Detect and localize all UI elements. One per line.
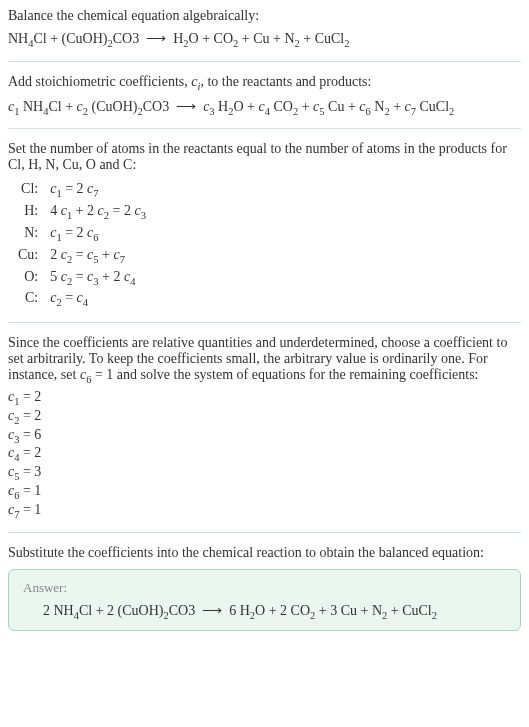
- atom-equation: 4 c1 + 2 c2 = 2 c3: [44, 201, 152, 223]
- coef-item: c3 = 6: [8, 427, 521, 445]
- atom-row: Cu:2 c2 = c5 + c7: [12, 245, 152, 267]
- solve-intro: Since the coefficients are relative quan…: [8, 335, 521, 385]
- unbalanced-equation: NH4Cl + (CuOH)2CO3 ⟶ H2O + CO2 + Cu + N2…: [8, 30, 521, 49]
- divider: [8, 61, 521, 62]
- atom-row: Cl:c1 = 2 c7: [12, 179, 152, 201]
- atoms-table: Cl:c1 = 2 c7H:4 c1 + 2 c2 = 2 c3N:c1 = 2…: [12, 179, 152, 310]
- atoms-intro: Set the number of atoms in the reactants…: [8, 141, 521, 173]
- coef-item: c1 = 2: [8, 389, 521, 407]
- coef-item: c6 = 1: [8, 483, 521, 501]
- coef-item: c5 = 3: [8, 464, 521, 482]
- atom-equation: c1 = 2 c6: [44, 223, 152, 245]
- atom-label: O:: [12, 267, 44, 289]
- atom-equation: c1 = 2 c7: [44, 179, 152, 201]
- atom-row: O:5 c2 = c3 + 2 c4: [12, 267, 152, 289]
- stoich-equation: c1 NH4Cl + c2 (CuOH)2CO3 ⟶ c3 H2O + c4 C…: [8, 98, 521, 117]
- atom-label: C:: [12, 288, 44, 310]
- intro-section: Balance the chemical equation algebraica…: [8, 8, 521, 49]
- atom-label: Cu:: [12, 245, 44, 267]
- atom-equation: 5 c2 = c3 + 2 c4: [44, 267, 152, 289]
- coef-list: c1 = 2c2 = 2c3 = 6c4 = 2c5 = 3c6 = 1c7 =…: [8, 389, 521, 520]
- divider: [8, 322, 521, 323]
- atom-label: N:: [12, 223, 44, 245]
- divider: [8, 128, 521, 129]
- atom-equation: c2 = c4: [44, 288, 152, 310]
- atom-row: C:c2 = c4: [12, 288, 152, 310]
- answer-label: Answer:: [23, 580, 506, 596]
- substitute-section: Substitute the coefficients into the che…: [8, 545, 521, 632]
- substitute-intro: Substitute the coefficients into the che…: [8, 545, 521, 561]
- divider: [8, 532, 521, 533]
- atoms-tbody: Cl:c1 = 2 c7H:4 c1 + 2 c2 = 2 c3N:c1 = 2…: [12, 179, 152, 310]
- coef-item: c7 = 1: [8, 502, 521, 520]
- answer-box: Answer: 2 NH4Cl + 2 (CuOH)2CO3 ⟶ 6 H2O +…: [8, 569, 521, 632]
- atom-row: N:c1 = 2 c6: [12, 223, 152, 245]
- solve-section: Since the coefficients are relative quan…: [8, 335, 521, 519]
- atom-label: H:: [12, 201, 44, 223]
- intro-text: Balance the chemical equation algebraica…: [8, 8, 521, 24]
- stoich-text: Add stoichiometric coefficients, ci, to …: [8, 74, 521, 92]
- stoich-section: Add stoichiometric coefficients, ci, to …: [8, 74, 521, 117]
- coef-item: c4 = 2: [8, 445, 521, 463]
- atom-equation: 2 c2 = c5 + c7: [44, 245, 152, 267]
- atoms-section: Set the number of atoms in the reactants…: [8, 141, 521, 310]
- coef-item: c2 = 2: [8, 408, 521, 426]
- answer-equation: 2 NH4Cl + 2 (CuOH)2CO3 ⟶ 6 H2O + 2 CO2 +…: [23, 602, 506, 621]
- atom-label: Cl:: [12, 179, 44, 201]
- atom-row: H:4 c1 + 2 c2 = 2 c3: [12, 201, 152, 223]
